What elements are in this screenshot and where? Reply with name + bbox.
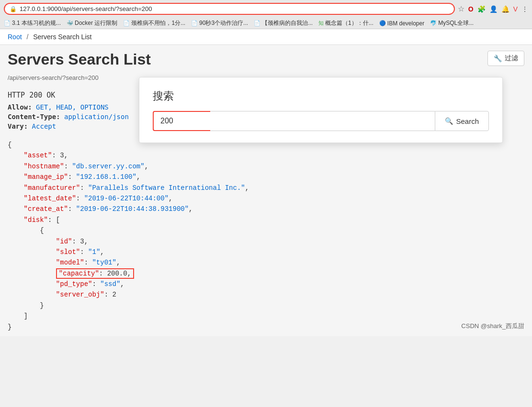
profile-icon[interactable]: 👤	[489, 5, 498, 13]
bookmark-item[interactable]: 📄 90秒3个动作治疗...	[191, 19, 248, 27]
search-input[interactable]	[153, 111, 210, 131]
content-type-header-value: application/json	[64, 113, 129, 121]
vary-header-value: Accept	[32, 122, 57, 130]
breadcrumb-current: Servers Search List	[33, 33, 91, 41]
lock-icon: 🔒	[10, 6, 17, 12]
page-title: Servers Search List	[8, 51, 151, 68]
bookmark-item[interactable]: 🔵 IBM developer	[379, 20, 424, 27]
bookmark-icon: 📄	[4, 20, 11, 26]
filter-button[interactable]: 🔧 过滤	[487, 51, 524, 66]
bookmark-item[interactable]: 📄 【颈椎病的自我治...	[254, 19, 313, 27]
bookmark-label: 90秒3个动作治疗...	[199, 19, 248, 27]
bookmark-label: 概念篇（1）：什...	[325, 19, 374, 27]
bookmark-item[interactable]: 知 概念篇（1）：什...	[318, 19, 374, 27]
json-line: "model": "ty01",	[8, 257, 524, 268]
bookmark-icon: 📄	[191, 20, 198, 26]
json-line: "create_at": "2019-06-22T10:44:38.931900…	[8, 204, 524, 214]
bookmarks-bar: 📄 3.1 本练习机的规... 🐳 Docker 运行限制 📄 颈椎病不用怕，1…	[0, 18, 532, 29]
bookmark-label: IBM developer	[387, 20, 424, 27]
address-text: 127.0.0.1:9000/api/servers-search/?searc…	[20, 5, 152, 12]
search-input-row: 🔍 Search	[153, 111, 489, 131]
main-content: Root / Servers Search List Servers Searc…	[0, 29, 532, 336]
json-body: { "asset": 3, "hostname": "db.server.yy.…	[0, 136, 532, 336]
extension-icon[interactable]: 🧩	[477, 5, 486, 13]
allow-header-name: Allow:	[8, 103, 32, 111]
search-overlay: 搜索 🔍 Search	[139, 77, 503, 143]
update-icon[interactable]: 🔔	[501, 5, 509, 13]
filter-icon: 🔧	[494, 55, 502, 62]
vary-header-name: Vary:	[8, 122, 28, 130]
json-line: "pd_type": "ssd",	[8, 279, 524, 289]
json-line: "slot": "1",	[8, 247, 524, 257]
bookmark-star-icon[interactable]: ☆	[458, 4, 464, 13]
menu-icon[interactable]: ⋮	[521, 5, 528, 13]
json-line: "manufacturer": "Parallels Software Inte…	[8, 183, 524, 193]
bookmark-item[interactable]: 📄 3.1 本练习机的规...	[4, 19, 61, 27]
json-highlighted-line: "capacity": 200.0,	[8, 268, 524, 279]
json-line: "latest_date": "2019-06-22T10:44:00",	[8, 193, 524, 204]
bookmark-icon: 🐳	[67, 20, 73, 26]
json-line: {	[8, 225, 524, 236]
bookmark-label: 3.1 本练习机的规...	[12, 19, 61, 27]
bookmark-item[interactable]: 🐬 MySQL全球...	[430, 19, 474, 27]
address-bar-row: 🔒 127.0.0.1:9000/api/servers-search/?sea…	[0, 0, 532, 18]
search-button-label: Search	[456, 117, 479, 125]
vivaldi-icon[interactable]: V	[513, 5, 518, 13]
breadcrumb-separator: /	[26, 33, 28, 41]
bookmark-label: 颈椎病不用怕，1分...	[131, 19, 185, 27]
bookmark-label: Docker 运行限制	[75, 19, 117, 27]
search-popup-title: 搜索	[153, 89, 489, 103]
browser-chrome: 🔒 127.0.0.1:9000/api/servers-search/?sea…	[0, 0, 532, 29]
browser-icons: ☆ O 🧩 👤 🔔 V ⋮	[458, 4, 528, 13]
json-line: "manage_ip": "192.168.1.100",	[8, 172, 524, 182]
json-line: "server_obj": 2	[8, 289, 524, 300]
filter-button-label: 过滤	[505, 54, 518, 63]
bookmark-label: MySQL全球...	[438, 19, 474, 27]
search-input-spacer[interactable]	[210, 111, 435, 131]
json-line: "asset": 3,	[8, 150, 524, 161]
json-line: "disk": [	[8, 215, 524, 225]
bookmark-item[interactable]: 🐳 Docker 运行限制	[67, 19, 117, 27]
search-icon: 🔍	[445, 117, 453, 125]
bookmark-icon: 知	[318, 20, 324, 27]
content-type-header-name: Content-Type:	[8, 113, 60, 121]
breadcrumb: Root / Servers Search List	[0, 29, 532, 45]
bookmark-icon: 🔵	[379, 20, 386, 26]
allow-header-value: GET, HEAD, OPTIONS	[36, 103, 109, 111]
opera-icon: O	[468, 5, 474, 13]
bookmark-icon: 🐬	[430, 20, 437, 26]
json-line: "hostname": "db.server.yy.com",	[8, 161, 524, 172]
json-line: }	[8, 322, 524, 332]
bookmark-item[interactable]: 📄 颈椎病不用怕，1分...	[123, 19, 185, 27]
json-line: }	[8, 300, 524, 311]
breadcrumb-root-link[interactable]: Root	[8, 33, 22, 41]
address-bar[interactable]: 🔒 127.0.0.1:9000/api/servers-search/?sea…	[4, 3, 455, 15]
json-line: ]	[8, 311, 524, 321]
page-header: Servers Search List 🔧 过滤	[0, 45, 532, 72]
bookmark-icon: 📄	[254, 20, 260, 26]
bookmark-icon: 📄	[123, 20, 130, 26]
search-button[interactable]: 🔍 Search	[435, 111, 489, 131]
json-line: "id": 3,	[8, 236, 524, 247]
bookmark-label: 【颈椎病的自我治...	[262, 19, 313, 27]
watermark: CSDN @shark_西瓜甜	[461, 322, 524, 330]
